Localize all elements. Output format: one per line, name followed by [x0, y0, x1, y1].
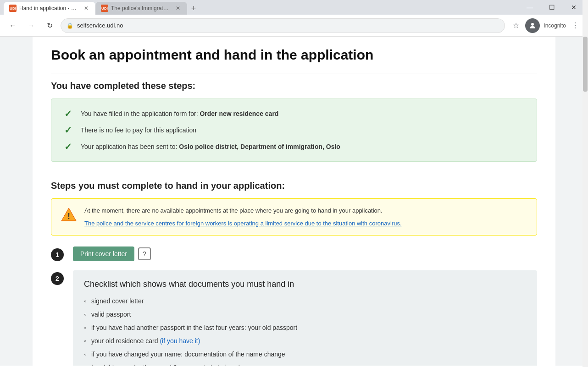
refresh-button[interactable]: ↻: [42, 18, 57, 33]
completed-heading: You have completed these steps:: [51, 81, 537, 91]
checklist-item-signed-cover: signed cover letter: [84, 296, 526, 306]
if-you-have-it-link[interactable]: (if you have it): [160, 337, 200, 345]
window-controls: — ☐ ✕: [519, 0, 584, 15]
title-bar-left: UDI Hand in application - Replace ca ✕ U…: [4, 0, 200, 15]
svg-text:!: !: [67, 212, 70, 221]
checklist-item-passport-photo: for children under the age of 3: passpor…: [84, 363, 526, 366]
step-1-number: 1: [51, 248, 64, 261]
section-divider-2: [51, 173, 537, 173]
print-cover-letter-button[interactable]: Print cover letter: [73, 246, 134, 261]
close-window-button[interactable]: ✕: [563, 0, 584, 15]
address-bar[interactable]: 🔒 selfservice.udi.no: [61, 18, 505, 33]
back-button[interactable]: ←: [6, 18, 20, 33]
checklist-item-name-change: if you have changed your name: documenta…: [84, 350, 526, 359]
checklist-title: Checklist which shows what documents you…: [84, 279, 526, 289]
navigation-bar: ← → ↻ 🔒 selfservice.udi.no ☆ Incognito ⋮: [0, 15, 588, 37]
scrollbar-thumb[interactable]: [583, 37, 588, 92]
completed-item-3: ✓ Your application has been sent to: Osl…: [62, 141, 526, 152]
tab1-close-button[interactable]: ✕: [83, 5, 90, 12]
minimize-button[interactable]: —: [519, 0, 540, 15]
check-icon-2: ✓: [62, 125, 73, 136]
maximize-button[interactable]: ☐: [541, 0, 562, 15]
section-divider-1: [51, 73, 537, 73]
browser-menu-button[interactable]: ⋮: [568, 18, 582, 33]
tab2-label: The police's Immigration Office i: [111, 5, 170, 11]
tab2-close-button[interactable]: ✕: [174, 5, 182, 12]
bookmark-button[interactable]: ☆: [509, 18, 523, 33]
print-help-button[interactable]: ?: [138, 247, 151, 260]
completed-item-1-text: You have filled in the application form …: [81, 110, 278, 117]
step-2-row: 2 Checklist which shows what documents y…: [51, 270, 537, 366]
tab-hand-in-application[interactable]: UDI Hand in application - Replace ca ✕: [4, 2, 95, 15]
completed-item-2: ✓ There is no fee to pay for this applic…: [62, 125, 526, 136]
warning-main-text: At the moment, there are no available ap…: [84, 206, 402, 215]
profile-button[interactable]: [525, 18, 540, 33]
tab2-favicon: UDI: [101, 5, 108, 12]
check-icon-3: ✓: [62, 141, 73, 152]
checklist-items: signed cover letter valid passport if yo…: [84, 296, 526, 366]
step-1-actions: Print cover letter ?: [73, 246, 537, 261]
step-1-content: Print cover letter ?: [73, 246, 537, 261]
check-icon-1: ✓: [62, 108, 73, 119]
step-2-content: Checklist which shows what documents you…: [73, 270, 537, 366]
steps-heading: Steps you must complete to hand in your …: [51, 181, 537, 191]
completed-steps-box: ✓ You have filled in the application for…: [51, 99, 537, 162]
lock-icon: 🔒: [67, 22, 73, 29]
checklist-item-valid-passport: valid passport: [84, 310, 526, 319]
page-content: Book an appointment and hand in the appl…: [33, 37, 555, 366]
step-1-row: 1 Print cover letter ?: [51, 246, 537, 261]
page-title: Book an appointment and hand in the appl…: [51, 46, 537, 64]
browser-window: UDI Hand in application - Replace ca ✕ U…: [0, 0, 588, 366]
warning-triangle-icon: !: [61, 207, 77, 228]
tab1-label: Hand in application - Replace ca: [19, 5, 78, 11]
scrollbar[interactable]: [582, 37, 588, 366]
forward-button[interactable]: →: [24, 18, 39, 33]
new-tab-button[interactable]: +: [187, 2, 200, 15]
tab-police-immigration[interactable]: UDI The police's Immigration Office i ✕: [95, 2, 187, 15]
nav-right-controls: ☆ Incognito ⋮: [509, 18, 582, 33]
svg-point-0: [531, 23, 534, 26]
checklist-item-old-residence: your old residence card (if you have it): [84, 336, 526, 346]
checklist-box: Checklist which shows what documents you…: [73, 270, 537, 366]
warning-text-content: At the moment, there are no available ap…: [84, 206, 402, 228]
tab1-favicon: UDI: [9, 5, 17, 12]
title-bar: UDI Hand in application - Replace ca ✕ U…: [0, 0, 588, 15]
warning-box: ! At the moment, there are no available …: [51, 198, 537, 236]
incognito-label: Incognito: [544, 22, 566, 29]
completed-item-2-text: There is no fee to pay for this applicat…: [81, 126, 196, 134]
completed-item-3-text: Your application has been sent to: Oslo …: [81, 143, 340, 150]
step-2-number: 2: [51, 272, 64, 285]
coronavirus-link[interactable]: The police and the service centres for f…: [84, 220, 402, 227]
completed-item-1: ✓ You have filled in the application for…: [62, 108, 526, 119]
checklist-item-old-passport: if you have had another passport in the …: [84, 323, 526, 333]
tabs-container: UDI Hand in application - Replace ca ✕ U…: [4, 0, 200, 15]
url-display: selfservice.udi.no: [77, 22, 499, 29]
